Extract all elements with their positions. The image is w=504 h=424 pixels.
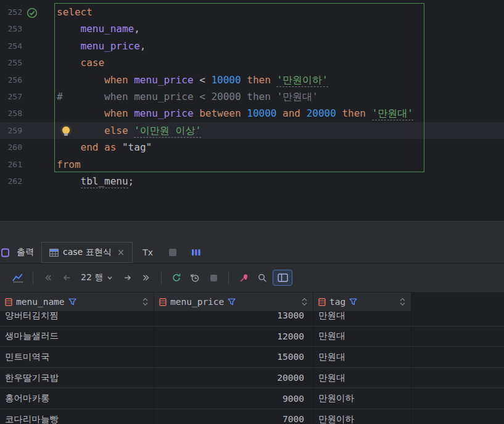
sql-token: , bbox=[140, 40, 146, 52]
grid-toolbar: 22 행 bbox=[0, 264, 504, 293]
stop-square-icon[interactable] bbox=[169, 249, 176, 256]
reload-icon[interactable] bbox=[167, 269, 186, 286]
editor-line[interactable]: 256 when menu_price < 10000 then '만원이하' bbox=[0, 72, 504, 88]
sql-token bbox=[336, 107, 342, 119]
chevron-down-icon bbox=[106, 274, 114, 281]
filter-icon[interactable] bbox=[349, 298, 357, 306]
cell-menu_name[interactable]: 양버터김치찜 bbox=[0, 312, 154, 326]
sql-token bbox=[276, 107, 283, 119]
sql-token: menu_price bbox=[134, 107, 193, 119]
gutter-icon-slot bbox=[22, 139, 57, 156]
column-name: menu_name bbox=[16, 297, 65, 307]
sql-token bbox=[57, 23, 81, 35]
editor-lines: 252select253 menu_name,254 menu_price,25… bbox=[0, 4, 504, 189]
editor-line[interactable]: 253 menu_name, bbox=[0, 20, 504, 37]
cell-menu_name[interactable]: 생마늘샐러드 bbox=[0, 326, 154, 347]
table-row: 홍어마카롱9000만원이하 bbox=[0, 388, 504, 409]
cell-tag[interactable]: 만원이하 bbox=[313, 388, 411, 409]
column-header-menu_price[interactable]: menu_price bbox=[154, 293, 313, 311]
line-number: 253 bbox=[0, 20, 22, 37]
sort-icon[interactable] bbox=[399, 297, 406, 306]
sql-token: '만원이하' bbox=[276, 74, 328, 87]
cell-menu_price[interactable]: 20000 bbox=[154, 368, 313, 388]
next-page-icon[interactable] bbox=[118, 269, 137, 286]
editor-line[interactable]: 261from bbox=[0, 156, 504, 173]
sql-token: between bbox=[199, 107, 241, 119]
editor-line[interactable]: 257# when menu_price < 20000 then '만원대' bbox=[0, 88, 504, 105]
page-size-selector[interactable]: 22 행 bbox=[76, 272, 118, 283]
sql-token: else bbox=[104, 125, 128, 136]
editor-line[interactable]: 262 tbl_menu; bbox=[0, 173, 504, 189]
cell-menu_price[interactable]: 13000 bbox=[154, 312, 313, 326]
code-text: end as "tag" bbox=[57, 139, 152, 156]
close-icon[interactable]: × bbox=[117, 247, 125, 258]
cell-menu_price[interactable]: 15000 bbox=[154, 347, 313, 367]
tx-mode-label[interactable]: Tx bbox=[143, 247, 153, 257]
line-number: 261 bbox=[0, 156, 22, 173]
cell-menu_price[interactable]: 9000 bbox=[154, 388, 313, 409]
last-page-icon[interactable] bbox=[137, 269, 155, 286]
editor-line[interactable]: 260 end as "tag" bbox=[0, 139, 504, 156]
sql-editor[interactable]: 252select253 menu_name,254 menu_price,25… bbox=[0, 0, 504, 221]
editor-line[interactable]: 252select bbox=[0, 4, 504, 20]
editor-line[interactable]: 259 else '이만원 이상' bbox=[0, 122, 504, 139]
previous-page-icon[interactable] bbox=[57, 269, 76, 286]
cell-tag[interactable]: 만원대 bbox=[313, 347, 411, 367]
search-icon[interactable] bbox=[253, 269, 271, 286]
sort-icon[interactable] bbox=[301, 297, 308, 306]
line-number: 252 bbox=[0, 4, 22, 20]
sql-token: menu_price bbox=[81, 40, 140, 52]
sort-icon[interactable] bbox=[142, 297, 149, 306]
sql-token: then bbox=[247, 74, 271, 86]
columns-icon[interactable] bbox=[191, 248, 201, 257]
first-page-icon[interactable] bbox=[39, 269, 57, 286]
gutter-icon-slot bbox=[22, 105, 57, 122]
sql-token: as bbox=[104, 141, 116, 153]
gutter-icon-slot bbox=[22, 122, 57, 139]
cell-menu_price[interactable]: 12000 bbox=[154, 326, 313, 347]
column-name: tag bbox=[329, 297, 345, 307]
cell-tag[interactable]: 만원대 bbox=[313, 368, 411, 388]
sql-token: 20000 bbox=[307, 107, 336, 119]
cell-menu_name[interactable]: 코다리마늘빵 bbox=[0, 409, 154, 424]
cell-menu_name[interactable]: 홍어마카롱 bbox=[0, 388, 154, 409]
cell-tag[interactable]: 만원이하 bbox=[313, 409, 411, 424]
cell-menu_name[interactable]: 한우딸기국밥 bbox=[0, 368, 154, 388]
cell-tag[interactable]: 만원대 bbox=[313, 312, 411, 326]
pin-tab-icon[interactable] bbox=[234, 269, 253, 286]
sql-token bbox=[241, 74, 247, 86]
table-row: 양버터김치찜13000만원대 bbox=[0, 312, 504, 326]
filter-icon[interactable] bbox=[228, 298, 236, 306]
sql-token: 10000 bbox=[247, 107, 276, 119]
line-number: 258 bbox=[0, 105, 22, 122]
tab-output[interactable]: 출력 bbox=[9, 242, 41, 263]
grid-body[interactable]: 양버터김치찜13000만원대생마늘샐러드12000만원대민트미역국15000만원… bbox=[0, 312, 504, 424]
refresh-history-icon[interactable] bbox=[186, 269, 204, 286]
editor-line[interactable]: 258 when menu_price between 10000 and 20… bbox=[0, 105, 504, 122]
view-settings-icon[interactable] bbox=[273, 270, 292, 286]
sql-token: '만원대' bbox=[372, 107, 413, 120]
sql-token: # when menu_price < 20000 then '만원대' bbox=[57, 91, 318, 102]
tab-result[interactable]: case 표현식 × bbox=[41, 242, 133, 263]
cell-menu_name[interactable]: 민트미역국 bbox=[0, 347, 154, 367]
sql-token bbox=[57, 74, 104, 86]
tab-result-label: case 표현식 bbox=[63, 247, 112, 258]
cell-menu_price[interactable]: 7000 bbox=[154, 409, 313, 424]
gutter-icon-slot bbox=[22, 20, 57, 37]
cell-tag[interactable]: 만원대 bbox=[313, 326, 411, 347]
column-header-tag[interactable]: tag bbox=[313, 293, 411, 311]
sql-token bbox=[116, 141, 122, 153]
console-icon[interactable] bbox=[1, 247, 9, 258]
filter-icon[interactable] bbox=[68, 298, 76, 306]
sql-token: , bbox=[134, 23, 140, 35]
sql-token: 10000 bbox=[211, 74, 241, 86]
show-chart-icon[interactable] bbox=[9, 269, 27, 286]
editor-line[interactable]: 255 case bbox=[0, 54, 504, 71]
intention-bulb-icon[interactable] bbox=[62, 127, 70, 134]
stop-icon[interactable] bbox=[204, 269, 223, 286]
sql-token: from bbox=[57, 159, 81, 170]
sql-token bbox=[128, 74, 134, 86]
run-success-icon[interactable] bbox=[27, 7, 38, 18]
column-header-menu_name[interactable]: menu_name bbox=[0, 293, 154, 311]
editor-line[interactable]: 254 menu_price, bbox=[0, 38, 504, 54]
